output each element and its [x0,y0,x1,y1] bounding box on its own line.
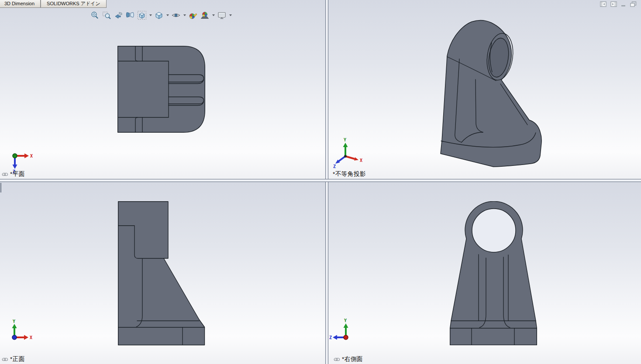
viewport-top[interactable]: X Z *平面 [0,0,325,179]
axis-y-label: Y [344,137,346,142]
window-controls [600,1,637,7]
apply-scene-dropdown-caret[interactable] [211,10,215,21]
display-style-button[interactable] [154,10,164,21]
previous-pane-button[interactable] [600,1,607,7]
orientation-triad: Y X Z [332,137,367,170]
edit-appearance-icon [188,10,198,20]
hide-show-items-button[interactable] [171,10,181,21]
viewport-label-trimetric: *不等角投影 [333,170,366,178]
minimize-icon [621,1,626,7]
through-hole [472,209,516,252]
previous-view-icon [114,10,123,20]
edit-appearance-button[interactable] [188,10,198,21]
viewport-splitter-vertical[interactable] [325,0,328,364]
display-style-dropdown-caret[interactable] [165,10,169,21]
splitter-handle[interactable] [0,183,1,192]
axis-y-dot [13,154,17,158]
axis-x-dot [344,335,348,340]
hide-show-items-dropdown-caret[interactable] [183,10,186,21]
viewport-label-front: *正面 [2,355,25,363]
model-front-view[interactable] [118,201,205,346]
link-icon [334,357,340,361]
section-view-button[interactable] [125,10,135,21]
restore-icon [630,1,637,7]
view-settings-dropdown-caret[interactable] [228,10,232,21]
viewport-label-text: *正面 [10,355,25,363]
viewport-front[interactable]: Y X *正面 [0,182,325,364]
section-view-icon [125,10,135,20]
previous-view-button[interactable] [113,10,124,21]
axis-x-label: X [30,154,33,158]
orientation-triad: Y Z [328,316,365,348]
commandmanager-tabbar: 3D Dimension SOLIDWORKS アドイン [0,0,107,8]
axis-y-label: Y [13,319,15,324]
axis-z-label: Z [333,164,336,169]
view-orientation-dropdown-caret[interactable] [148,10,152,21]
axis-y-label: Y [344,318,347,323]
viewport-label-text: *平面 [10,170,25,178]
zoom-to-fit-button[interactable] [90,10,100,21]
viewport-label-text: *不等角投影 [333,170,366,178]
heads-up-view-toolbar [90,10,232,21]
tab-solidworks-addins[interactable]: SOLIDWORKS アドイン [41,0,107,8]
restore-button[interactable] [630,1,637,7]
viewport-right[interactable]: Y Z *右側面 [328,182,641,364]
next-pane-icon [610,1,617,7]
view-settings-button[interactable] [217,10,227,21]
zoom-to-area-icon [102,10,111,20]
model-trimetric-view[interactable] [439,17,544,171]
orientation-triad: Y X [3,319,38,350]
axis-z-dot [12,335,17,340]
viewport-trimetric[interactable]: Y X Z *不等角投影 [328,0,641,179]
link-icon [2,172,8,176]
triad-origin [344,155,347,158]
view-settings-icon [217,10,227,20]
view-orientation-icon [137,10,147,20]
model-top-view[interactable] [117,46,205,133]
apply-scene-icon [200,10,210,20]
model-right-view[interactable] [450,201,537,345]
viewport-label-text: *右側面 [342,355,363,363]
zoom-to-area-button[interactable] [101,10,112,21]
tab-3d-dimension[interactable]: 3D Dimension [0,0,41,8]
viewport-label-top: *平面 [2,170,25,178]
axis-z-label: Z [329,335,332,340]
apply-scene-button[interactable] [200,10,210,21]
viewport-splitter-horizontal[interactable] [0,179,641,182]
view-orientation-button[interactable] [137,10,147,21]
axis-x-label: X [30,335,32,340]
minimize-button[interactable] [621,1,626,7]
solidworks-four-view-window: X Z *平面 [0,0,641,364]
viewport-label-right: *右側面 [334,355,363,363]
previous-pane-icon [600,1,607,7]
link-icon [2,357,8,361]
next-pane-button[interactable] [610,1,617,7]
axis-x-label: X [360,158,362,163]
display-style-icon [154,10,164,20]
zoom-to-fit-icon [90,10,100,20]
hide-show-items-icon [171,10,181,20]
